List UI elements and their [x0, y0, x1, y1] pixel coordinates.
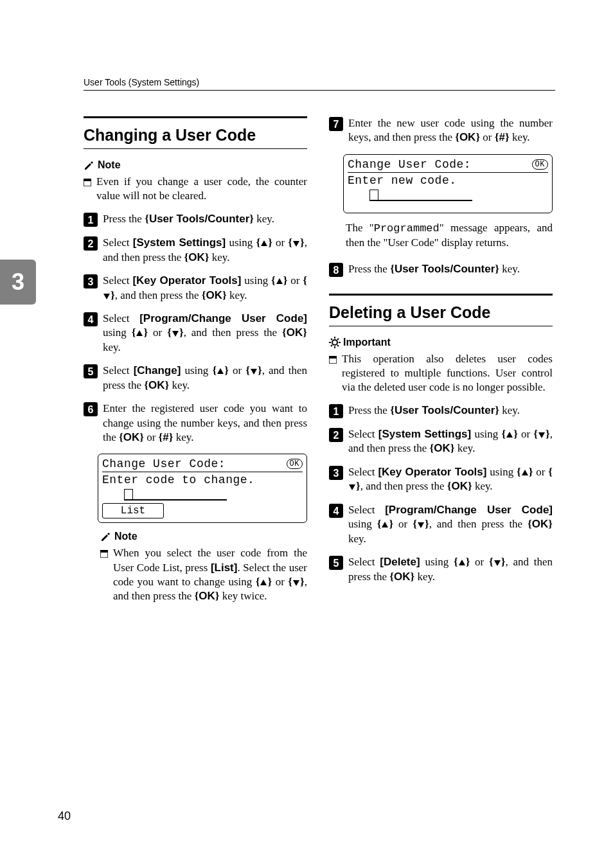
down-arrow-icon: [348, 483, 356, 492]
up-arrow-icon: [276, 277, 283, 286]
left-column: Changing a User Code Note Even if you ch…: [84, 116, 307, 612]
svg-marker-31: [260, 580, 267, 585]
pencil-icon: [100, 531, 112, 542]
up-arrow-icon: [458, 558, 466, 567]
up-arrow-icon: [217, 367, 224, 376]
svg-text:4: 4: [88, 314, 94, 325]
down-arrow-icon: [493, 558, 501, 567]
svg-text:4: 4: [333, 506, 339, 517]
svg-text:6: 6: [88, 404, 94, 415]
step-badge-4: 4: [84, 312, 98, 355]
lcd-ok-indicator: OK: [287, 459, 303, 469]
delete-step-4-text: Select [Program/Change User Code] using …: [348, 503, 553, 546]
down-arrow-icon: [292, 578, 300, 587]
bullet-icon: [84, 175, 91, 203]
delete-step-2-text: Select [System Settings] using {} or {},…: [348, 427, 553, 456]
lcd-line2: Enter code to change.: [102, 472, 303, 486]
step-badge-2: 2: [329, 427, 343, 456]
svg-marker-53: [459, 560, 465, 565]
note-heading: Note: [84, 159, 307, 171]
svg-marker-41: [506, 432, 513, 438]
step-6-text: Enter the registered user code you want …: [103, 402, 307, 445]
lcd-cursor: [124, 489, 133, 500]
step-badge-5: 5: [329, 555, 343, 584]
step-badge-6: 6: [84, 402, 98, 445]
delete-step-3-text: Select [Key Operator Tools] using {} or …: [348, 465, 553, 494]
svg-text:8: 8: [333, 265, 339, 276]
svg-marker-28: [251, 369, 257, 375]
sub-note-text: When you select the user code from the U…: [113, 546, 307, 603]
step-7-text: Enter the new user code using the number…: [348, 116, 553, 145]
svg-marker-45: [522, 470, 528, 475]
down-arrow-icon: [250, 367, 258, 376]
lcd-input-line: [369, 191, 472, 201]
step-badge-8: 8: [329, 262, 343, 277]
up-arrow-icon: [521, 468, 529, 477]
step-badge-2: 2: [84, 236, 98, 265]
step-4-text: Select [Program/Change User Code] using …: [103, 312, 307, 355]
lcd-title: Change User Code:: [102, 457, 226, 470]
right-column: 7 Enter the new user code using the numb…: [329, 116, 553, 612]
sub-note-label: Note: [114, 531, 138, 542]
svg-marker-49: [382, 522, 388, 527]
up-arrow-icon: [381, 520, 389, 529]
up-arrow-icon: [260, 239, 268, 248]
svg-text:5: 5: [333, 558, 339, 569]
section-title-deleting: Deleting a User Code: [329, 294, 553, 326]
page-number: 40: [58, 810, 71, 823]
important-text: This operation also deletes user codes r…: [342, 352, 553, 394]
svg-text:3: 3: [88, 276, 94, 287]
important-heading: Important: [329, 337, 553, 348]
step-badge-7: 7: [329, 116, 343, 145]
lcd-screen-new-code: Change User Code: OK Enter new code.: [343, 154, 553, 213]
after-screen-text: The "Programmed" message appears, and th…: [346, 221, 553, 251]
lcd-cursor: [369, 190, 378, 201]
important-label: Important: [343, 337, 391, 348]
svg-text:2: 2: [333, 430, 339, 441]
sub-note-heading: Note: [100, 531, 307, 542]
lcd-input-line: [124, 490, 227, 500]
svg-marker-20: [103, 294, 110, 299]
delete-step-5-text: Select [Delete] using {} or {}, and then…: [348, 555, 553, 584]
svg-marker-27: [217, 368, 224, 374]
svg-marker-50: [418, 522, 424, 528]
step-5-text: Select [Change] using {} or {}, and then…: [103, 364, 307, 393]
svg-marker-32: [293, 580, 299, 586]
svg-marker-54: [494, 560, 501, 566]
step-3-text: Select [Key Operator Tools] using {} or …: [103, 274, 307, 303]
down-arrow-icon: [417, 520, 425, 529]
svg-marker-23: [136, 330, 143, 336]
gear-icon: [329, 337, 341, 348]
step-badge-3: 3: [84, 274, 98, 303]
step-2-text: Select [System Settings] using {} or {},…: [103, 236, 307, 265]
svg-marker-42: [538, 432, 545, 438]
svg-text:5: 5: [88, 366, 94, 377]
running-head: User Tools (System Settings): [84, 77, 555, 91]
down-arrow-icon: [172, 329, 179, 338]
bullet-icon: [329, 352, 337, 394]
note-label: Note: [98, 159, 121, 171]
lcd-screen-change-code: Change User Code: OK Enter code to chang…: [98, 454, 307, 523]
svg-text:2: 2: [88, 238, 94, 249]
pencil-icon: [84, 159, 95, 171]
svg-marker-19: [276, 278, 283, 284]
down-arrow-icon: [292, 239, 300, 248]
lcd-ok-indicator: OK: [532, 159, 548, 170]
lcd-softkey-list: List: [102, 503, 164, 518]
svg-marker-15: [261, 240, 267, 246]
svg-marker-46: [349, 484, 355, 490]
lcd-title: Change User Code:: [348, 158, 471, 171]
svg-text:7: 7: [333, 119, 339, 130]
svg-marker-24: [172, 331, 179, 337]
down-arrow-icon: [103, 292, 111, 301]
step-badge-3: 3: [329, 465, 343, 494]
up-arrow-icon: [136, 329, 143, 338]
bullet-icon: [100, 546, 108, 603]
lcd-line2: Enter new code.: [348, 173, 548, 187]
step-1-text: Press the {User Tools/Counter} key.: [103, 212, 307, 227]
note-text: Even if you change a user code, the coun…: [96, 175, 307, 203]
step-badge-1: 1: [84, 212, 98, 227]
step-badge-1: 1: [329, 403, 343, 418]
svg-marker-16: [293, 241, 299, 247]
up-arrow-icon: [506, 430, 513, 439]
